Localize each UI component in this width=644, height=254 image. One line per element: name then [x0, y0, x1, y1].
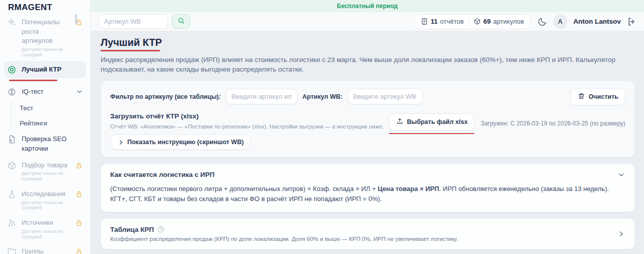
upload-title: Загрузить отчёт КТР (xlsx)	[110, 112, 389, 120]
sidebar-subitem-ratings[interactable]: Рейтинги	[14, 115, 86, 131]
sidebar-item-research[interactable]: Исследования Доступно только на Супервеб	[4, 185, 86, 214]
upload-left: Загрузить отчёт КТР (xlsx) Отчёт WB: «Ан…	[110, 112, 389, 150]
folder-icon	[7, 247, 17, 254]
logistics-card: Как считается логистика с ИРП (Стоимость…	[101, 163, 635, 213]
sidebar-nav: Потенциалы роста артикулов Доступно толь…	[0, 14, 90, 254]
locked-note: Доступно только на Супервеб	[22, 171, 70, 182]
logistics-body-bold: Цена товара × ИРП	[378, 185, 439, 193]
app-logo: RMAGENT	[0, 0, 90, 14]
krp-card-title: Таблица КРП	[110, 226, 154, 233]
show-instruction-button[interactable]: Показать инструкцию (скриншот WB)	[110, 135, 251, 150]
sidebar-item-label: Проверка SEO карточки	[22, 135, 66, 152]
upload-hint: Отчёт WB: «Аналитика» — «Поставки по рег…	[110, 123, 389, 130]
choose-file-underline	[389, 133, 475, 135]
active-item-underline	[9, 80, 57, 81]
choose-file-button[interactable]: Выбрать файл xlsx	[389, 113, 475, 131]
reports-stat: 11 отчётов	[421, 18, 464, 25]
filter-wb-input[interactable]	[348, 89, 423, 104]
filter-upload-card: Фильтр по артикулу (все таблицы): Артику…	[101, 81, 635, 157]
sidebar-item-product-selection[interactable]: Подбор товара Доступно только на Суперве…	[4, 157, 86, 185]
free-period-banner: Бесплатный период	[91, 0, 644, 12]
logistics-card-body: (Стоимость логистики первого литра + доп…	[110, 184, 625, 205]
flask-icon	[7, 189, 17, 199]
sidebar-item-label: Группы	[22, 247, 43, 254]
logistics-body-start: (Стоимость логистики первого литра + доп…	[110, 185, 378, 193]
reports-count: 11	[431, 18, 438, 25]
logistics-card-title: Как считается логистика с ИРП	[110, 171, 214, 178]
sidebar-item-label: IQ-тест	[22, 88, 44, 95]
page-content: Лучший КТР Индекс распределения продаж (…	[91, 31, 644, 254]
sidebar-scrollbar[interactable]	[75, 14, 77, 24]
trash-icon	[578, 92, 585, 101]
reports-label: отчётов	[440, 18, 464, 25]
brain-icon	[7, 87, 17, 97]
help-icon[interactable]	[157, 226, 165, 233]
locked-note: Доступно только на Супервеб	[22, 229, 70, 240]
stats-pill: 11 отчётов 69 артикулов	[414, 14, 531, 29]
chevron-right-icon	[117, 139, 124, 145]
sidebar-item-iq-test[interactable]: IQ-тест	[4, 83, 86, 100]
logout-button[interactable]	[627, 17, 637, 27]
target-icon	[7, 65, 17, 75]
sidebar-item-label: Рейтинги	[20, 119, 47, 127]
filter-all-tables-label: Фильтр по артикулу (все таблицы):	[110, 93, 221, 100]
dark-mode-toggle[interactable]	[537, 17, 547, 27]
sidebar-item-groups[interactable]: Группы Доступно только на Супервеб	[4, 243, 86, 254]
page-description: Индекс распределения продаж (ИРП) влияет…	[101, 55, 634, 75]
user-name: Anton Lantsov	[574, 18, 621, 25]
logout-icon	[627, 17, 637, 27]
chevron-right-icon[interactable]	[617, 230, 625, 238]
upload-right: Выбрать файл xlsx Загружен: С 2026-03-19…	[389, 113, 625, 135]
app-window: RMAGENT Потенциалы роста артикулов Досту…	[0, 0, 644, 254]
chevron-down-icon[interactable]	[617, 171, 625, 179]
sparkle-icon	[7, 18, 17, 27]
sidebar-item-label: Исследования	[22, 190, 65, 198]
iq-test-subgroup: Тест Рейтинги	[11, 100, 86, 131]
articles-label: артикулов	[493, 18, 524, 25]
upload-status: Загружен: С 2026-03-19 по 2026-03-25 (по…	[480, 120, 625, 127]
upload-icon	[396, 117, 404, 126]
sidebar-item-potentials[interactable]: Потенциалы роста артикулов Доступно толь…	[4, 14, 86, 61]
search-input[interactable]	[99, 14, 168, 29]
main-area: Бесплатный период 11 отчётов	[91, 0, 644, 254]
lock-icon	[75, 219, 83, 227]
filter-all-tables-input[interactable]	[226, 89, 297, 104]
sidebar: RMAGENT Потенциалы роста артикулов Досту…	[0, 0, 91, 254]
banner-text: Бесплатный период	[337, 3, 398, 10]
box-icon	[7, 161, 17, 170]
document-icon	[7, 135, 17, 144]
avatar[interactable]: A	[553, 15, 568, 29]
sidebar-item-sources[interactable]: Источники Доступно только на Супервеб	[4, 214, 86, 243]
avatar-initial: A	[558, 18, 562, 25]
report-icon	[421, 18, 428, 25]
filter-wb-label: Артикул WB:	[302, 93, 343, 100]
sidebar-item-label: Тест	[20, 104, 33, 112]
sidebar-item-label: Источники	[22, 219, 53, 226]
locked-note: Доступно только на Супервеб	[22, 200, 70, 211]
topbar-right-cluster: 11 отчётов 69 артикулов	[414, 14, 637, 29]
sidebar-item-label: Потенциалы роста артикулов	[22, 18, 59, 44]
package-icon	[473, 18, 481, 25]
locked-note: Доступно только на Супервеб	[22, 47, 70, 58]
lock-icon	[75, 161, 83, 169]
sidebar-item-seo-check[interactable]: Проверка SEO карточки	[4, 131, 86, 156]
logistics-card-header[interactable]: Как считается логистика с ИРП	[110, 171, 625, 179]
sidebar-subitem-test[interactable]: Тест	[14, 100, 86, 115]
moon-icon	[537, 17, 547, 27]
clear-button-label: Очистить	[589, 93, 618, 100]
krp-card-text: Таблица КРП Коэффициент распределения пр…	[110, 226, 458, 242]
divider	[468, 18, 469, 26]
articles-count: 69	[484, 18, 491, 25]
upload-row: Загрузить отчёт КТР (xlsx) Отчёт WB: «Ан…	[110, 112, 625, 150]
search-button[interactable]	[172, 14, 190, 29]
lock-icon	[75, 190, 83, 198]
krp-card-subtitle: Коэффициент распределения продаж (КРП) п…	[110, 236, 458, 242]
chevron-down-icon[interactable]	[76, 88, 83, 95]
lock-icon	[75, 247, 83, 254]
sidebar-item-label: Лучший КТР	[22, 66, 61, 73]
krp-table-card[interactable]: Таблица КРП Коэффициент распределения пр…	[101, 218, 635, 249]
title-underline	[101, 50, 160, 51]
choose-file-label: Выбрать файл xlsx	[407, 118, 468, 125]
clear-button[interactable]: Очистить	[571, 88, 625, 105]
sidebar-item-best-ktr[interactable]: Лучший КТР	[4, 61, 86, 78]
